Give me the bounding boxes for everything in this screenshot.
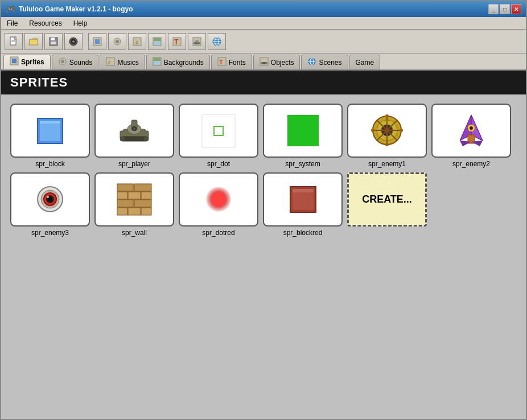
tab-musics[interactable]: ♪ Musics: [100, 55, 145, 69]
minimize-button[interactable]: _: [488, 4, 499, 14]
titlebar-controls: _ □ ✕: [488, 4, 521, 14]
svg-rect-4: [51, 38, 55, 40]
sound-toolbar-icon: [112, 36, 122, 47]
object-icon: [192, 36, 202, 47]
record-icon: [68, 36, 79, 47]
sprite-label-spr_enemy2: spr_enemy2: [452, 160, 490, 168]
sprite-box-spr_system: [263, 104, 343, 158]
open-icon: [28, 36, 39, 47]
menu-file[interactable]: File: [1, 17, 23, 29]
svg-point-12: [116, 40, 119, 43]
svg-point-8: [72, 40, 75, 43]
menu-resources[interactable]: Resources: [23, 17, 67, 29]
svg-point-44: [265, 62, 267, 64]
sprite-box-spr_block: [10, 104, 90, 158]
sprite-item-spr_dotred[interactable]: spr_dotred: [179, 172, 258, 237]
toolbar-new[interactable]: [5, 33, 23, 50]
svg-rect-37: [154, 58, 160, 61]
toolbar-sound[interactable]: [108, 33, 126, 50]
toolbar-web[interactable]: [208, 33, 226, 50]
tab-scenes-label: Scenes: [319, 59, 341, 67]
sprite-item-spr_blockred[interactable]: spr_blockred: [263, 172, 343, 237]
save-icon: [48, 36, 59, 47]
tab-fonts-label: Fonts: [229, 59, 246, 67]
sprite-item-spr_dot[interactable]: spr_dot: [179, 104, 258, 168]
toolbar-open[interactable]: [24, 33, 43, 50]
tab-objects[interactable]: Objects: [253, 55, 300, 69]
toolbar-save[interactable]: [44, 33, 63, 50]
sprites-grid: spr_block: [1, 94, 526, 419]
section-header: SPRITES: [1, 71, 526, 94]
tab-sounds[interactable]: Sounds: [52, 55, 99, 69]
svg-point-33: [61, 60, 64, 63]
tab-scenes[interactable]: Scenes: [301, 55, 348, 69]
spr-system-image: [285, 112, 322, 149]
svg-rect-98: [128, 208, 141, 215]
titlebar-left: 🎮 Tululoo Game Maker v1.2.1 - bogyo: [6, 5, 133, 14]
svg-rect-93: [128, 192, 141, 199]
svg-point-72: [371, 129, 374, 132]
tab-sprites-label: Sprites: [21, 58, 44, 66]
tab-backgrounds[interactable]: Backgrounds: [146, 55, 210, 69]
sprite-label-spr_block: spr_block: [35, 160, 64, 168]
sprite-item-spr_system[interactable]: spr_system: [263, 104, 343, 168]
toolbar-sprite[interactable]: [88, 33, 106, 50]
toolbar: ♪ T: [1, 30, 526, 53]
sprite-box-spr_player: [94, 104, 174, 158]
tab-fonts[interactable]: T Fonts: [211, 55, 252, 69]
background-icon: [152, 36, 162, 47]
svg-point-88: [47, 196, 49, 198]
tab-musics-label: Musics: [117, 59, 138, 67]
svg-rect-38: [154, 61, 160, 65]
tab-game[interactable]: Game: [349, 55, 381, 69]
sprite-box-spr_blockred: [263, 172, 343, 227]
sprite-item-spr_wall[interactable]: spr_wall: [94, 172, 174, 237]
app-icon: 🎮: [6, 5, 15, 14]
svg-point-59: [133, 127, 135, 130]
svg-rect-24: [195, 40, 199, 43]
sprite-item-spr_block[interactable]: spr_block: [10, 104, 90, 168]
sprite-label-spr_blockred: spr_blockred: [283, 229, 323, 237]
tabs-bar: Sprites Sounds ♪ Musics Backgrounds T Fo…: [1, 53, 526, 71]
sprite-label-spr_enemy3: spr_enemy3: [31, 229, 69, 237]
svg-rect-97: [117, 208, 127, 215]
svg-rect-92: [117, 192, 127, 199]
svg-rect-94: [141, 192, 151, 199]
svg-rect-10: [95, 39, 100, 44]
tab-sprites[interactable]: Sprites: [3, 55, 51, 69]
sprite-item-spr_enemy1[interactable]: spr_enemy1: [347, 104, 427, 168]
create-button-label: CREATE...: [362, 193, 412, 205]
toolbar-background[interactable]: [148, 33, 166, 50]
app-window: 🎮 Tululoo Game Maker v1.2.1 - bogyo _ □ …: [0, 0, 527, 420]
menu-help[interactable]: Help: [68, 17, 93, 29]
toolbar-record[interactable]: [64, 33, 83, 50]
svg-text:♪: ♪: [135, 38, 138, 46]
sprite-label-spr_wall: spr_wall: [122, 229, 147, 237]
spr-player-image: [114, 112, 154, 149]
svg-rect-31: [12, 59, 17, 63]
close-button[interactable]: ✕: [511, 4, 521, 14]
svg-text:T: T: [174, 38, 179, 46]
sprite-box-spr_enemy2: [431, 104, 511, 158]
svg-rect-62: [287, 115, 319, 146]
spr-dot-image: [201, 114, 236, 148]
svg-point-75: [385, 143, 389, 146]
sprite-item-spr_enemy2[interactable]: spr_enemy2: [431, 104, 511, 168]
toolbar-music[interactable]: ♪: [128, 33, 146, 50]
svg-point-102: [212, 192, 225, 206]
sprite-item-spr_enemy3[interactable]: spr_enemy3: [10, 172, 90, 237]
web-icon: [212, 36, 222, 47]
svg-point-43: [261, 62, 263, 64]
toolbar-object[interactable]: [188, 33, 206, 50]
tab-backgrounds-label: Backgrounds: [164, 59, 204, 67]
spr-blockred-image: [285, 181, 322, 218]
create-wrapper: CREATE...: [347, 172, 427, 237]
spr-enemy2-image: [451, 112, 491, 149]
section-title: SPRITES: [10, 75, 68, 89]
spr-wall-image: [114, 181, 154, 218]
create-button[interactable]: CREATE...: [347, 172, 427, 227]
maximize-button[interactable]: □: [500, 4, 510, 14]
sprite-label-spr_player: spr_player: [118, 160, 150, 168]
sprite-item-spr_player[interactable]: spr_player: [94, 104, 174, 168]
toolbar-font[interactable]: T: [168, 33, 186, 50]
